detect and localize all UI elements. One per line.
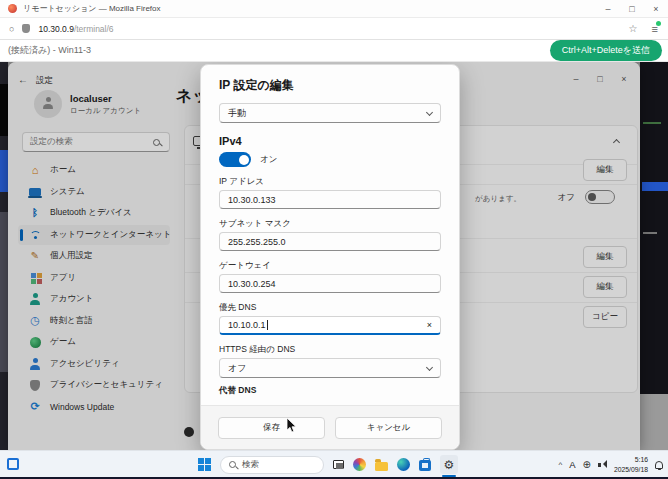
firefox-tab-icon (8, 4, 17, 13)
ip-address-label: IP アドレス (219, 176, 441, 188)
ipv4-toggle-label: オン (260, 154, 277, 166)
search-icon (229, 461, 236, 468)
ipv4-toggle[interactable] (219, 152, 251, 167)
url-host: 10.30.0.9 (38, 24, 73, 34)
browser-minimize-button[interactable]: – (596, 0, 620, 17)
tray-time: 5:16 (614, 455, 648, 464)
copilot-icon[interactable] (353, 458, 366, 471)
taskbar: 検索 ⚙ ^ A ⊕ 5:16 2025/09/18 (0, 450, 668, 477)
cancel-button[interactable]: キャンセル (335, 417, 442, 439)
bookmark-star-icon[interactable]: ☆ (629, 23, 638, 34)
ime-indicator[interactable]: A (569, 459, 575, 470)
subnet-mask-input[interactable]: 255.255.255.0 (219, 232, 441, 251)
connection-status: (接続済み) - Win11-3 (8, 44, 91, 57)
taskbar-search-placeholder: 検索 (242, 459, 259, 471)
clock[interactable]: 5:16 2025/09/18 (614, 455, 648, 473)
volume-icon[interactable] (598, 460, 607, 469)
gateway-input[interactable]: 10.30.0.254 (219, 274, 441, 293)
system-tray: ^ A ⊕ 5:16 2025/09/18 (558, 454, 663, 475)
file-explorer-icon[interactable] (375, 462, 388, 471)
network-globe-icon[interactable]: ⊕ (583, 460, 591, 470)
text-caret (267, 320, 268, 330)
preferred-dns-input[interactable]: 10.10.0.1 × (219, 316, 441, 335)
url-path: /terminal/6 (74, 24, 114, 34)
mouse-cursor (286, 418, 298, 434)
clear-input-icon[interactable]: × (427, 320, 432, 330)
start-button[interactable] (198, 458, 204, 464)
browser-titlebar: リモートセッション — Mozilla Firefox – □ × (0, 0, 668, 18)
gear-icon: ⚙ (444, 459, 455, 471)
save-button[interactable]: 保存 (218, 417, 325, 439)
edge-browser-icon[interactable] (397, 458, 410, 471)
ipv4-heading: IPv4 (219, 135, 441, 147)
url-bar[interactable]: 10.30.0.9/terminal/6 (38, 24, 113, 34)
tracking-protection-shield-icon[interactable] (22, 24, 30, 33)
browser-toolbar: ○ 10.30.0.9/terminal/6 ☆ ≡ (0, 18, 668, 40)
ip-address-input[interactable]: 10.30.0.133 (219, 190, 441, 209)
dialog-title: IP 設定の編集 (219, 77, 441, 94)
chevron-down-icon (426, 363, 433, 370)
gateway-label: ゲートウェイ (219, 260, 441, 272)
notification-bell-icon[interactable] (655, 461, 663, 469)
subnet-mask-label: サブネット マスク (219, 218, 441, 230)
preferred-dns-label: 優先 DNS (219, 302, 441, 314)
dialog-footer: 保存 キャンセル (201, 405, 459, 449)
background-window-left (0, 62, 8, 450)
chevron-down-icon (426, 108, 433, 115)
widgets-icon[interactable] (7, 458, 19, 470)
remote-session-bar: (接続済み) - Win11-3 Ctrl+Alt+Deleteを送信 (0, 40, 668, 62)
edit-ip-settings-dialog: IP 設定の編集 手動 IPv4 オン IP アドレス 10.30.0.133 … (200, 64, 460, 450)
task-view-icon[interactable] (333, 460, 344, 469)
browser-window-title: リモートセッション — Mozilla Firefox (23, 3, 161, 14)
ip-mode-select[interactable]: 手動 (219, 103, 441, 123)
remote-desktop-view: ← 設定 – □ × localuser ローカル アカウント 設定の検索 ⌂ホ… (0, 62, 668, 450)
taskbar-search[interactable]: 検索 (220, 456, 324, 474)
tray-date: 2025/09/18 (614, 465, 648, 474)
dns-over-https-label: HTTPS 経由の DNS (219, 344, 441, 356)
browser-maximize-button[interactable]: □ (620, 0, 644, 17)
tray-expand-chevron[interactable]: ^ (558, 460, 562, 469)
browser-close-button[interactable]: × (644, 0, 668, 17)
site-info-icon[interactable]: ○ (9, 24, 14, 34)
dns-over-https-select[interactable]: オフ (219, 358, 441, 378)
microsoft-store-icon[interactable] (419, 460, 431, 471)
settings-taskbar-icon[interactable]: ⚙ (440, 455, 458, 474)
alternate-dns-label: 代替 DNS (219, 385, 441, 397)
ip-mode-value: 手動 (228, 107, 246, 120)
background-terminal-window (640, 62, 668, 450)
menu-hamburger-icon[interactable]: ≡ (652, 23, 658, 35)
send-ctrl-alt-delete-button[interactable]: Ctrl+Alt+Deleteを送信 (550, 40, 662, 61)
